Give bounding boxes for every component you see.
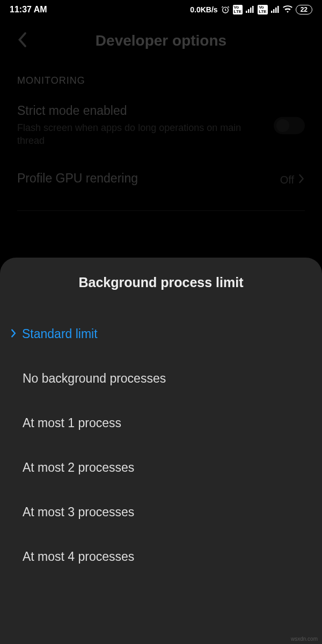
setting-title: Profile GPU rendering bbox=[17, 171, 280, 186]
option-label: At most 4 processes bbox=[23, 550, 134, 564]
option-label: At most 1 process bbox=[23, 416, 121, 430]
svg-rect-2 bbox=[248, 9, 250, 13]
page-title: Developer options bbox=[11, 32, 311, 49]
header: Developer options bbox=[0, 19, 322, 65]
battery-indicator: 22 bbox=[296, 5, 312, 14]
status-right: 0.0KB/s VoLTE VoLTE 22 bbox=[190, 5, 312, 14]
svg-rect-4 bbox=[252, 6, 254, 13]
option-label: At most 3 processes bbox=[23, 505, 134, 519]
option-at-most-4-processes[interactable]: At most 4 processes bbox=[0, 535, 322, 579]
svg-rect-8 bbox=[277, 6, 279, 13]
setting-title: Strict mode enabled bbox=[17, 104, 263, 118]
back-button[interactable] bbox=[17, 32, 27, 50]
svg-rect-3 bbox=[250, 8, 252, 13]
option-label: Standard limit bbox=[22, 327, 98, 341]
setting-strict-mode[interactable]: Strict mode enabled Flash screen when ap… bbox=[0, 92, 322, 159]
setting-profile-gpu[interactable]: Profile GPU rendering Off bbox=[0, 159, 322, 201]
watermark: wsxdn.com bbox=[291, 636, 318, 642]
bottom-sheet-bg-process-limit: Background process limit Standard limitN… bbox=[0, 258, 322, 644]
alarm-icon bbox=[221, 5, 230, 14]
option-standard-limit[interactable]: Standard limit bbox=[0, 312, 322, 356]
signal-icon-2 bbox=[271, 5, 280, 14]
option-label: At most 2 processes bbox=[23, 460, 134, 475]
section-header-monitoring: MONITORING bbox=[0, 65, 322, 92]
volte-icon-2: VoLTE bbox=[258, 5, 268, 14]
svg-rect-5 bbox=[271, 11, 273, 13]
chevron-right-icon bbox=[11, 328, 17, 340]
svg-rect-7 bbox=[275, 8, 277, 13]
setting-desc: Flash screen when apps do long operation… bbox=[17, 121, 263, 148]
signal-icon-1 bbox=[246, 5, 254, 14]
option-label: No background processes bbox=[23, 371, 166, 386]
divider bbox=[17, 210, 305, 211]
status-bar: 11:37 AM 0.0KB/s VoLTE VoLTE 22 bbox=[0, 0, 322, 19]
sheet-title: Background process limit bbox=[0, 275, 322, 290]
option-at-most-3-processes[interactable]: At most 3 processes bbox=[0, 490, 322, 535]
data-rate: 0.0KB/s bbox=[190, 5, 217, 14]
volte-icon-1: VoLTE bbox=[233, 5, 243, 14]
status-time: 11:37 AM bbox=[10, 5, 47, 14]
svg-rect-1 bbox=[246, 11, 247, 13]
chevron-right-icon bbox=[298, 173, 305, 187]
option-at-most-1-process[interactable]: At most 1 process bbox=[0, 401, 322, 445]
option-no-background-processes[interactable]: No background processes bbox=[0, 356, 322, 401]
toggle-strict-mode[interactable] bbox=[274, 117, 305, 134]
option-at-most-2-processes[interactable]: At most 2 processes bbox=[0, 445, 322, 490]
toggle-knob bbox=[276, 119, 289, 132]
wifi-icon bbox=[283, 5, 292, 14]
setting-value: Off bbox=[280, 174, 294, 186]
svg-rect-6 bbox=[273, 9, 275, 13]
